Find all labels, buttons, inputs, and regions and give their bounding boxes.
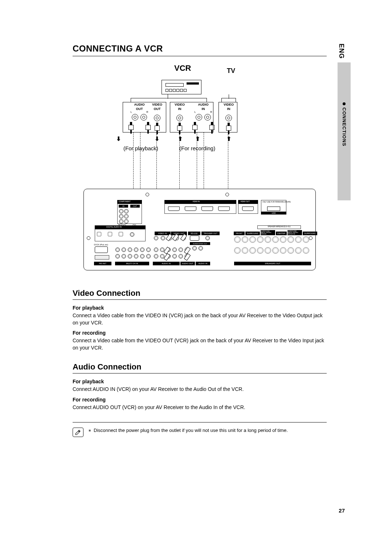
spk-sb2-label: SURROUND BACK/ FRONT HEIGHT/B: [287, 230, 302, 235]
digital-audio-label: DIGITAL AUDIO IN: [106, 226, 122, 228]
rs232-label: RS-232: [188, 232, 200, 235]
audio-connection-section: Audio Connection For playback Connect AU…: [73, 362, 327, 411]
section-heading: Video Connection: [73, 289, 327, 300]
side-tab: ENG CONNECTIONS: [338, 44, 352, 200]
subwoofer-label: SUBWOOFER OUT: [190, 242, 210, 245]
vcr-label: VCR: [174, 64, 191, 73]
audio-out-label: AUDIO OUT: [180, 262, 195, 265]
receiver-back-panel: COMPONENT HDMI IN HDMI OUT IN OUT (BD/DV…: [83, 189, 316, 270]
speakers-out-label: SPEAKERS OUT: [234, 262, 311, 265]
section-tab: CONNECTIONS: [338, 62, 351, 200]
in-label: IN: [119, 205, 128, 208]
subheading: For recording: [73, 330, 327, 336]
page-title: CONNECTING A VCR: [73, 44, 327, 56]
dock-label: DOCK (iPod, etc): [94, 244, 108, 246]
tv-label: TV: [227, 67, 235, 75]
body-text: Connect a Video cable from the VIDEO OUT…: [73, 337, 327, 351]
spk-surround-label: SURROUND: [245, 232, 260, 235]
arrow-down-icon: ⬇: [155, 135, 159, 142]
note-pencil-icon: [73, 428, 83, 437]
hdmi-in-label: HDMI IN: [193, 200, 200, 203]
recording-label: (For recording): [179, 145, 215, 151]
arrow-up-icon: ⬆: [226, 135, 231, 142]
page-content: CONNECTING A VCR VCR TV AUDIO OUT LR VID…: [73, 44, 327, 437]
body-text: Connect AUDIO OUT (VCR) on your AV Recei…: [73, 404, 327, 411]
playback-label: (For playback): [123, 145, 158, 151]
video-connection-section: Video Connection For playback Connect a …: [73, 289, 327, 351]
usb-label: USB: [261, 212, 286, 215]
spk-surround-label2: SURROUND: [303, 232, 317, 235]
audio-in-label: AUDIO IN: [153, 262, 180, 265]
arrow-up-icon: ⬆: [178, 135, 183, 142]
vcr-device-icon: [162, 80, 201, 94]
spk-front-label: FRONT: [234, 232, 245, 235]
section-heading: Audio Connection: [73, 362, 327, 373]
usb-note: ONLY USE FOR FIRMWARE UPDATE: [262, 201, 291, 203]
audio-in-label2: AUDIO IN: [196, 262, 210, 265]
subheading: For recording: [73, 397, 327, 403]
component-label: COMPONENT: [119, 200, 131, 203]
note-box: ■ Disconnect the power plug from the out…: [73, 422, 327, 437]
tab-label: CONNECTIONS: [342, 107, 347, 146]
body-text: Connect AUDIO IN (VCR) on your AV Receiv…: [73, 386, 327, 393]
subheading: For playback: [73, 305, 327, 311]
body-text: Connect a Video cable from the VIDEO IN …: [73, 312, 327, 326]
arrow-up-icon: ⬆: [195, 135, 200, 142]
note-text: Disconnect the power plug from the outle…: [94, 428, 288, 433]
hdmi-out-label: HDMI OUT: [241, 200, 250, 203]
spk-center-label: CENTER: [276, 232, 287, 235]
arrow-down-icon: ⬇: [116, 135, 121, 142]
spk-sb1-label: SURROUND BACK/ FRONT WIDE/B: [261, 230, 275, 235]
trigger-out-label: TRIGGER OUT: [201, 232, 220, 235]
fm-ant-label: FM ANT: [94, 262, 111, 265]
language-label: ENG: [338, 44, 345, 59]
out-label: OUT: [130, 205, 140, 208]
multi-ch-label: MULTI CH IN: [115, 262, 149, 265]
subheading: For playback: [73, 379, 327, 384]
video-in-label: VIDEO IN: [155, 232, 171, 235]
page-number: 27: [339, 507, 345, 514]
impedance-label: SPEAKER IMPEDANCE 6~8 Ω: [257, 225, 301, 229]
connection-diagram: VCR TV AUDIO OUT LR VIDEO OUT VIDEO IN: [83, 64, 316, 274]
tab-bullet-icon: [343, 102, 346, 105]
bullet-icon: ■: [89, 428, 91, 432]
